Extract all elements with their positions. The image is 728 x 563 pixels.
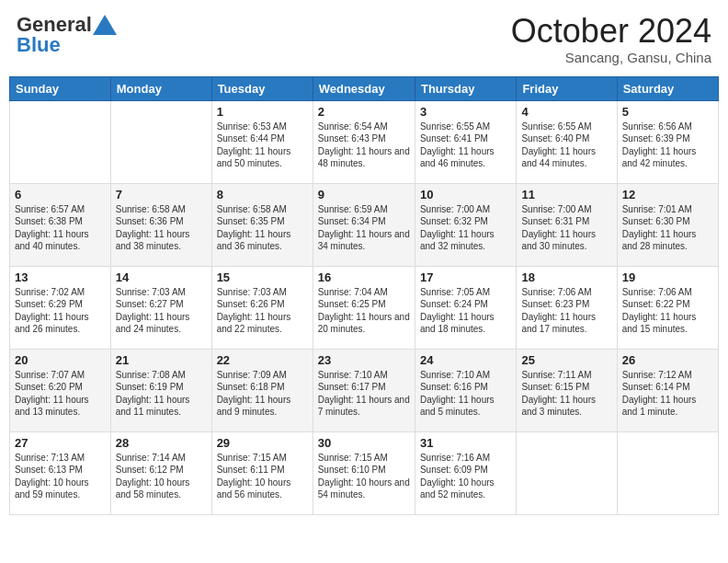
logo: General Blue xyxy=(17,13,118,57)
day-number: 29 xyxy=(217,436,308,450)
day-number: 31 xyxy=(420,436,511,450)
calendar-day-cell: 22Sunrise: 7:09 AMSunset: 6:18 PMDayligh… xyxy=(211,349,313,431)
calendar-day-cell: 23Sunrise: 7:10 AMSunset: 6:17 PMDayligh… xyxy=(313,349,415,431)
day-detail: Sunrise: 7:12 AMSunset: 6:14 PMDaylight:… xyxy=(622,369,713,419)
day-number: 8 xyxy=(217,188,308,201)
calendar-day-cell: 25Sunrise: 7:11 AMSunset: 6:15 PMDayligh… xyxy=(517,349,617,431)
day-detail: Sunrise: 7:04 AMSunset: 6:25 PMDaylight:… xyxy=(318,286,410,336)
calendar-day-cell: 2Sunrise: 6:54 AMSunset: 6:43 PMDaylight… xyxy=(313,100,415,183)
calendar-day-cell: 30Sunrise: 7:15 AMSunset: 6:10 PMDayligh… xyxy=(313,431,415,514)
weekday-header-friday: Friday xyxy=(517,76,617,100)
calendar-day-cell: 5Sunrise: 6:56 AMSunset: 6:39 PMDaylight… xyxy=(617,100,718,183)
calendar-day-cell: 11Sunrise: 7:00 AMSunset: 6:31 PMDayligh… xyxy=(517,183,617,266)
day-detail: Sunrise: 7:16 AMSunset: 6:09 PMDaylight:… xyxy=(420,452,511,501)
weekday-header-tuesday: Tuesday xyxy=(211,76,313,100)
calendar-day-cell: 18Sunrise: 7:06 AMSunset: 6:23 PMDayligh… xyxy=(517,266,617,349)
calendar-day-cell: 21Sunrise: 7:08 AMSunset: 6:19 PMDayligh… xyxy=(110,349,211,431)
calendar-day-cell: 14Sunrise: 7:03 AMSunset: 6:27 PMDayligh… xyxy=(110,266,211,349)
day-number: 26 xyxy=(622,353,713,367)
day-number: 17 xyxy=(420,270,511,284)
day-detail: Sunrise: 7:03 AMSunset: 6:27 PMDaylight:… xyxy=(116,286,207,336)
location-title: Sancang, Gansu, China xyxy=(511,50,711,65)
day-detail: Sunrise: 6:58 AMSunset: 6:35 PMDaylight:… xyxy=(217,203,308,253)
calendar-day-cell: 19Sunrise: 7:06 AMSunset: 6:22 PMDayligh… xyxy=(617,266,718,349)
calendar-day-cell: 27Sunrise: 7:13 AMSunset: 6:13 PMDayligh… xyxy=(10,431,111,514)
day-detail: Sunrise: 6:54 AMSunset: 6:43 PMDaylight:… xyxy=(318,121,410,170)
day-number: 30 xyxy=(318,436,410,450)
day-detail: Sunrise: 7:00 AMSunset: 6:31 PMDaylight:… xyxy=(521,203,611,253)
day-detail: Sunrise: 7:14 AMSunset: 6:12 PMDaylight:… xyxy=(116,452,207,501)
day-detail: Sunrise: 7:07 AMSunset: 6:20 PMDaylight:… xyxy=(15,369,106,419)
weekday-header-row: SundayMondayTuesdayWednesdayThursdayFrid… xyxy=(10,76,719,100)
day-detail: Sunrise: 7:11 AMSunset: 6:15 PMDaylight:… xyxy=(521,369,611,419)
day-detail: Sunrise: 7:05 AMSunset: 6:24 PMDaylight:… xyxy=(420,286,511,336)
calendar-day-cell xyxy=(110,100,211,183)
calendar-day-cell: 13Sunrise: 7:02 AMSunset: 6:29 PMDayligh… xyxy=(10,266,111,349)
day-number: 22 xyxy=(217,353,308,367)
day-detail: Sunrise: 7:13 AMSunset: 6:13 PMDaylight:… xyxy=(15,452,106,501)
calendar-day-cell: 15Sunrise: 7:03 AMSunset: 6:26 PMDayligh… xyxy=(211,266,313,349)
calendar-day-cell: 1Sunrise: 6:53 AMSunset: 6:44 PMDaylight… xyxy=(211,100,313,183)
calendar-week-row: 13Sunrise: 7:02 AMSunset: 6:29 PMDayligh… xyxy=(10,266,719,349)
day-number: 16 xyxy=(318,270,410,284)
day-number: 27 xyxy=(15,436,106,450)
day-detail: Sunrise: 7:15 AMSunset: 6:11 PMDaylight:… xyxy=(217,452,308,501)
day-number: 4 xyxy=(521,105,611,119)
logo-blue: Blue xyxy=(17,33,61,57)
calendar-day-cell xyxy=(517,431,617,514)
calendar-day-cell: 17Sunrise: 7:05 AMSunset: 6:24 PMDayligh… xyxy=(415,266,516,349)
day-detail: Sunrise: 7:02 AMSunset: 6:29 PMDaylight:… xyxy=(15,286,106,336)
calendar-day-cell: 8Sunrise: 6:58 AMSunset: 6:35 PMDaylight… xyxy=(211,183,313,266)
day-number: 15 xyxy=(217,270,308,284)
day-detail: Sunrise: 7:03 AMSunset: 6:26 PMDaylight:… xyxy=(217,286,308,336)
day-number: 5 xyxy=(622,105,713,119)
day-detail: Sunrise: 6:55 AMSunset: 6:40 PMDaylight:… xyxy=(521,121,611,170)
day-detail: Sunrise: 7:10 AMSunset: 6:17 PMDaylight:… xyxy=(318,369,410,419)
day-number: 13 xyxy=(15,270,106,284)
day-number: 19 xyxy=(622,270,713,284)
day-number: 25 xyxy=(521,353,611,367)
day-detail: Sunrise: 6:58 AMSunset: 6:36 PMDaylight:… xyxy=(116,203,207,253)
page-header: General Blue October 2024 Sancang, Gansu… xyxy=(9,9,719,69)
day-number: 23 xyxy=(318,353,410,367)
day-number: 20 xyxy=(15,353,106,367)
calendar-day-cell: 10Sunrise: 7:00 AMSunset: 6:32 PMDayligh… xyxy=(415,183,516,266)
calendar-day-cell: 9Sunrise: 6:59 AMSunset: 6:34 PMDaylight… xyxy=(313,183,415,266)
day-number: 9 xyxy=(318,188,410,201)
day-number: 3 xyxy=(420,105,511,119)
calendar-week-row: 1Sunrise: 6:53 AMSunset: 6:44 PMDaylight… xyxy=(10,100,719,183)
calendar-day-cell: 20Sunrise: 7:07 AMSunset: 6:20 PMDayligh… xyxy=(10,349,111,431)
calendar-day-cell: 29Sunrise: 7:15 AMSunset: 6:11 PMDayligh… xyxy=(211,431,313,514)
calendar-day-cell: 3Sunrise: 6:55 AMSunset: 6:41 PMDaylight… xyxy=(415,100,516,183)
day-number: 1 xyxy=(217,105,308,119)
calendar-week-row: 20Sunrise: 7:07 AMSunset: 6:20 PMDayligh… xyxy=(10,349,719,431)
day-detail: Sunrise: 6:55 AMSunset: 6:41 PMDaylight:… xyxy=(420,121,511,170)
day-number: 28 xyxy=(116,436,207,450)
day-detail: Sunrise: 7:06 AMSunset: 6:23 PMDaylight:… xyxy=(521,286,611,336)
weekday-header-sunday: Sunday xyxy=(10,76,111,100)
calendar-day-cell: 4Sunrise: 6:55 AMSunset: 6:40 PMDaylight… xyxy=(517,100,617,183)
weekday-header-wednesday: Wednesday xyxy=(313,76,415,100)
day-number: 12 xyxy=(622,188,713,201)
day-number: 11 xyxy=(521,188,611,201)
day-detail: Sunrise: 7:09 AMSunset: 6:18 PMDaylight:… xyxy=(217,369,308,419)
calendar-day-cell: 24Sunrise: 7:10 AMSunset: 6:16 PMDayligh… xyxy=(415,349,516,431)
weekday-header-thursday: Thursday xyxy=(415,76,516,100)
svg-marker-0 xyxy=(93,15,117,35)
day-number: 21 xyxy=(116,353,207,367)
day-number: 7 xyxy=(116,188,207,201)
day-detail: Sunrise: 7:00 AMSunset: 6:32 PMDaylight:… xyxy=(420,203,511,253)
calendar-day-cell: 7Sunrise: 6:58 AMSunset: 6:36 PMDaylight… xyxy=(110,183,211,266)
day-detail: Sunrise: 6:57 AMSunset: 6:38 PMDaylight:… xyxy=(15,203,106,253)
month-title: October 2024 xyxy=(511,13,711,50)
calendar-week-row: 6Sunrise: 6:57 AMSunset: 6:38 PMDaylight… xyxy=(10,183,719,266)
day-detail: Sunrise: 6:53 AMSunset: 6:44 PMDaylight:… xyxy=(217,121,308,170)
day-number: 14 xyxy=(116,270,207,284)
day-detail: Sunrise: 7:06 AMSunset: 6:22 PMDaylight:… xyxy=(622,286,713,336)
calendar-day-cell: 26Sunrise: 7:12 AMSunset: 6:14 PMDayligh… xyxy=(617,349,718,431)
weekday-header-monday: Monday xyxy=(110,76,211,100)
day-detail: Sunrise: 6:56 AMSunset: 6:39 PMDaylight:… xyxy=(622,121,713,170)
day-detail: Sunrise: 6:59 AMSunset: 6:34 PMDaylight:… xyxy=(318,203,410,253)
calendar-week-row: 27Sunrise: 7:13 AMSunset: 6:13 PMDayligh… xyxy=(10,431,719,514)
day-detail: Sunrise: 7:10 AMSunset: 6:16 PMDaylight:… xyxy=(420,369,511,419)
